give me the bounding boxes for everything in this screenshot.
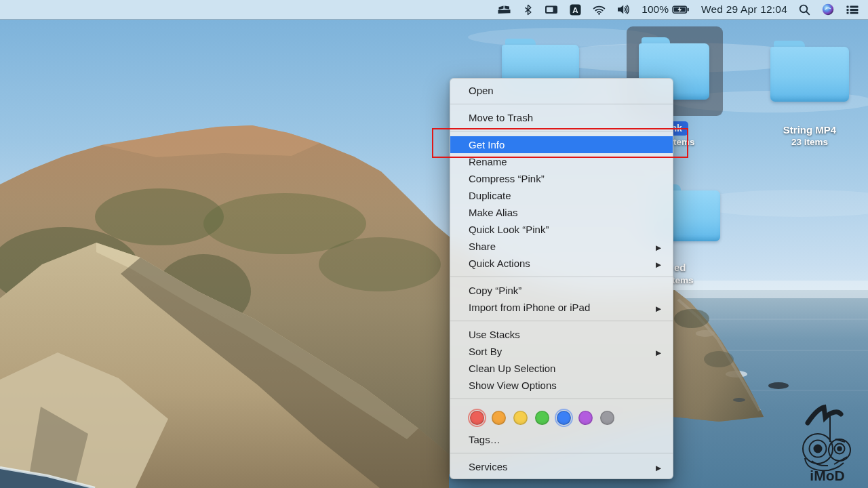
siri-icon[interactable] [822, 0, 834, 19]
menu-item-label: Import from iPhone or iPad [469, 302, 590, 313]
folder-body [770, 47, 849, 102]
menu-item-label: Tags… [469, 434, 500, 445]
menu-item-quick-actions[interactable]: Quick Actions ▶ [450, 255, 673, 272]
menu-item-label: Open [469, 85, 494, 96]
menu-item-label: Sort By [469, 346, 502, 357]
menu-item-compress[interactable]: Compress “Pink” [450, 170, 673, 187]
folder-item-count: 23 items [762, 136, 857, 148]
menu-separator [450, 453, 673, 453]
battery-charging-icon [672, 0, 690, 19]
battery-status[interactable]: 100% [642, 0, 690, 19]
tag-green[interactable] [535, 411, 549, 425]
submenu-arrow-icon: ▶ [656, 304, 661, 312]
menu-item-get-info[interactable]: Get Info [450, 136, 673, 153]
menu-item-label: Compress “Pink” [469, 173, 545, 184]
menu-item-label: Services [469, 461, 508, 472]
menu-separator [450, 399, 673, 399]
submenu-arrow-icon: ▶ [656, 243, 661, 251]
folder-string-mp4-label[interactable]: String MP4 23 items [762, 123, 857, 148]
context-menu: Open Move to Trash Get Info Rename Compr… [450, 78, 673, 479]
menu-item-label: Quick Actions [469, 258, 530, 269]
bluetooth-icon[interactable] [523, 0, 533, 19]
menu-item-duplicate[interactable]: Duplicate [450, 187, 673, 204]
sidecar-display-icon[interactable] [545, 0, 558, 19]
menu-item-label: Rename [469, 156, 507, 167]
menu-item-open[interactable]: Open [450, 82, 673, 99]
tag-color-row [450, 404, 673, 431]
menu-item-sort-by[interactable]: Sort By ▶ [450, 343, 673, 360]
menu-item-label: Show View Options [469, 380, 557, 391]
menu-item-move-to-trash[interactable]: Move to Trash [450, 109, 673, 126]
battery-percent: 100% [642, 3, 669, 16]
input-source-icon[interactable]: A [570, 0, 581, 19]
folder-string-mp4[interactable] [770, 41, 849, 102]
menu-separator [450, 131, 673, 131]
menu-item-label: Quick Look “Pink” [469, 224, 549, 235]
imod-watermark-text: iMoD [810, 468, 844, 483]
menu-item-use-stacks[interactable]: Use Stacks [450, 326, 673, 343]
submenu-arrow-icon: ▶ [656, 348, 661, 356]
tag-orange[interactable] [492, 411, 506, 425]
menu-item-tags[interactable]: Tags… [450, 431, 673, 448]
menu-item-services[interactable]: Services ▶ [450, 458, 673, 475]
wifi-icon[interactable] [593, 0, 606, 19]
menu-item-rename[interactable]: Rename [450, 153, 673, 170]
menu-separator [450, 104, 673, 104]
menu-bar-clock[interactable]: Wed 29 Apr 12:04 [701, 3, 787, 16]
menu-item-quick-look[interactable]: Quick Look “Pink” [450, 221, 673, 238]
menu-separator [450, 277, 673, 277]
notification-center-icon[interactable] [846, 0, 859, 19]
catalina-wallpaper [0, 0, 868, 488]
menu-item-label: Use Stacks [469, 329, 520, 340]
menu-bar: A 100% [0, 0, 868, 20]
menu-item-show-view-options[interactable]: Show View Options [450, 377, 673, 394]
menu-item-label: Copy “Pink” [469, 285, 521, 296]
menu-item-make-alias[interactable]: Make Alias [450, 204, 673, 221]
tag-purple[interactable] [578, 411, 593, 425]
tag-blue[interactable] [557, 411, 571, 425]
menu-item-copy[interactable]: Copy “Pink” [450, 282, 673, 299]
folder-pink-count: tems [673, 136, 695, 148]
imod-watermark-logo: iMoD [797, 400, 857, 483]
menu-separator [450, 321, 673, 321]
menu-item-label: Get Info [469, 139, 505, 150]
menu-item-label: Move to Trash [469, 112, 533, 123]
submenu-arrow-icon: ▶ [656, 463, 661, 471]
desktop-screen: Pink tems ed tems String MP4 23 items [0, 0, 868, 488]
menu-item-clean-up-selection[interactable]: Clean Up Selection [450, 360, 673, 377]
menu-item-label: Share [469, 241, 496, 252]
menu-item-label: Clean Up Selection [469, 363, 555, 374]
volume-icon[interactable] [617, 0, 630, 19]
menu-item-label: Duplicate [469, 190, 511, 201]
tag-red[interactable] [470, 411, 484, 425]
folder-right-partial-count: tems [672, 274, 694, 286]
spotlight-search-icon[interactable] [799, 0, 810, 19]
folder-name: String MP4 [762, 123, 857, 136]
tag-yellow[interactable] [513, 411, 528, 425]
stacked-drives-icon[interactable] [497, 0, 511, 19]
input-source-letter: A [573, 5, 578, 14]
menu-item-label: Make Alias [469, 207, 518, 218]
menu-item-share[interactable]: Share ▶ [450, 238, 673, 255]
menu-item-import-from-iphone[interactable]: Import from iPhone or iPad ▶ [450, 299, 673, 316]
submenu-arrow-icon: ▶ [656, 260, 661, 268]
folder-right-partial-name: ed [674, 261, 686, 274]
tag-gray[interactable] [600, 411, 614, 425]
